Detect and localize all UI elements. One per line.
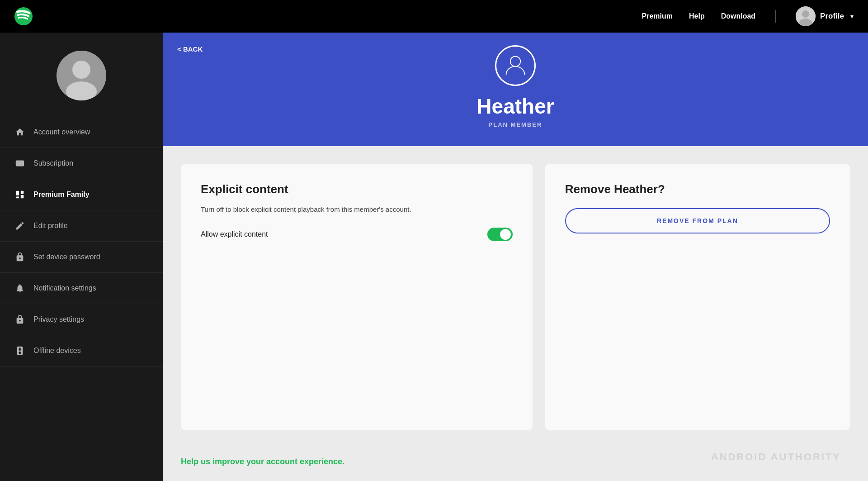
- svg-rect-11: [21, 195, 24, 198]
- sidebar-item-label: Edit profile: [33, 222, 68, 230]
- sidebar-item-label: Set device password: [33, 253, 100, 261]
- profile-menu[interactable]: Profile ▾: [796, 6, 854, 26]
- person-icon: [503, 53, 528, 78]
- topnav-links: Premium Help Download Profile ▾: [642, 6, 854, 26]
- subscription-icon: [14, 158, 25, 169]
- sidebar-avatar-icon: [57, 51, 106, 100]
- lock2-icon: [14, 314, 25, 325]
- svg-point-6: [66, 81, 97, 100]
- member-banner: < BACK Heather PLAN MEMBER: [163, 33, 868, 146]
- svg-point-0: [14, 7, 33, 25]
- edit-icon: [14, 220, 25, 231]
- spotify-logo-link[interactable]: [14, 7, 33, 25]
- help-link[interactable]: Help: [689, 12, 705, 20]
- profile-label: Profile: [820, 12, 844, 21]
- sidebar: Account overview Subscription Premium Fa…: [0, 33, 163, 481]
- home-icon: [14, 127, 25, 138]
- svg-point-2: [802, 10, 809, 18]
- sidebar-nav: Account overview Subscription Premium Fa…: [0, 117, 163, 367]
- sidebar-item-notification-settings[interactable]: Notification settings: [0, 273, 163, 304]
- download-link[interactable]: Download: [721, 12, 755, 20]
- sidebar-item-set-device-password[interactable]: Set device password: [0, 242, 163, 273]
- sidebar-user-avatar: [57, 51, 106, 100]
- topnav-divider: [775, 10, 776, 23]
- sidebar-item-offline-devices[interactable]: Offline devices: [0, 335, 163, 367]
- chevron-down-icon: ▾: [850, 13, 854, 20]
- bell-icon: [14, 283, 25, 294]
- sidebar-item-account-overview[interactable]: Account overview: [0, 117, 163, 148]
- sidebar-item-label: Account overview: [33, 128, 90, 136]
- toggle-label: Allow explicit content: [201, 230, 268, 238]
- sidebar-item-label: Offline devices: [33, 347, 81, 355]
- sidebar-item-privacy-settings[interactable]: Privacy settings: [0, 304, 163, 335]
- footer-help: Help us improve your account experience.: [163, 448, 868, 481]
- explicit-content-title: Explicit content: [201, 182, 513, 196]
- premium-link[interactable]: Premium: [642, 12, 673, 20]
- sidebar-item-subscription[interactable]: Subscription: [0, 148, 163, 179]
- svg-rect-12: [16, 197, 19, 199]
- sidebar-item-label: Notification settings: [33, 284, 96, 292]
- layout: Account overview Subscription Premium Fa…: [0, 0, 868, 481]
- main-content: < BACK Heather PLAN MEMBER Explicit cont…: [163, 33, 868, 481]
- svg-rect-10: [21, 191, 24, 194]
- lock-icon: [14, 252, 25, 262]
- sidebar-item-label: Privacy settings: [33, 315, 84, 324]
- family-icon: [14, 189, 25, 200]
- remove-heather-title: Remove Heather?: [565, 182, 830, 196]
- cards-area: Explicit content Turn off to block expli…: [163, 146, 868, 448]
- footer-help-text: Help us improve your account experience.: [181, 457, 850, 467]
- sidebar-item-label: Subscription: [33, 159, 73, 167]
- spotify-logo-icon: [14, 7, 33, 25]
- sidebar-item-label: Premium Family: [33, 190, 90, 199]
- back-link[interactable]: < BACK: [177, 45, 203, 53]
- svg-rect-9: [16, 191, 19, 195]
- user-avatar-icon: [796, 6, 816, 26]
- member-name: Heather: [476, 94, 554, 119]
- remove-from-plan-button[interactable]: REMOVE FROM PLAN: [565, 208, 830, 233]
- remove-heather-card: Remove Heather? REMOVE FROM PLAN: [545, 164, 850, 430]
- toggle-knob: [500, 229, 511, 240]
- member-avatar-icon: [495, 45, 536, 86]
- explicit-content-toggle[interactable]: [487, 228, 513, 241]
- explicit-content-desc: Turn off to block explicit content playb…: [201, 205, 513, 215]
- toggle-row: Allow explicit content: [201, 228, 513, 241]
- svg-point-13: [510, 56, 520, 66]
- explicit-content-card: Explicit content Turn off to block expli…: [181, 164, 533, 430]
- speaker-icon: [14, 345, 25, 356]
- svg-rect-7: [16, 161, 24, 167]
- svg-point-5: [72, 61, 90, 79]
- sidebar-item-edit-profile[interactable]: Edit profile: [0, 210, 163, 242]
- topnav: Premium Help Download Profile ▾: [0, 0, 868, 33]
- sidebar-item-premium-family[interactable]: Premium Family: [0, 179, 163, 210]
- avatar: [796, 6, 816, 26]
- member-role: PLAN MEMBER: [489, 121, 542, 128]
